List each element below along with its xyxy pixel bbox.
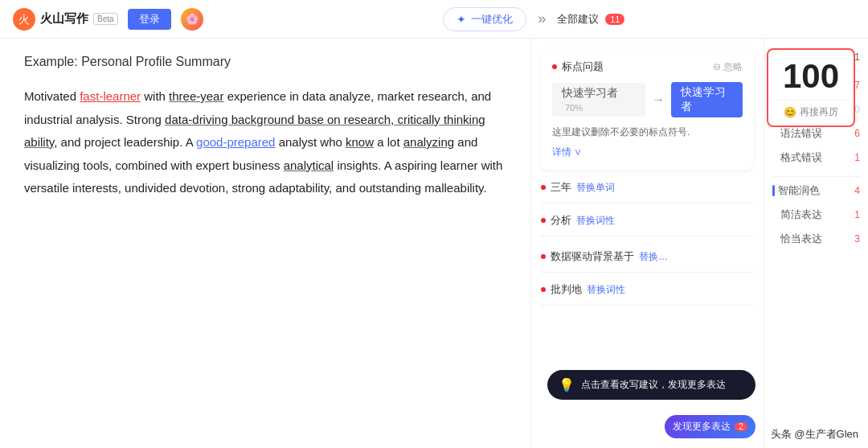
text-analyzing: analyzing (403, 135, 454, 149)
word-suggested[interactable]: 快速学习者 (671, 82, 743, 117)
score-action-label: 再接再厉 (800, 105, 838, 119)
main-content: Example: Personal Profile Summary Motiva… (0, 39, 868, 448)
score-action: 😊 再接再厉 (775, 105, 847, 119)
item-label: 批判地 (551, 282, 582, 297)
item-label: 三年 (551, 180, 571, 195)
list-dot (541, 254, 546, 259)
tooltip-icon: 💡 (559, 377, 575, 393)
suggestions-count: 11 (605, 14, 624, 25)
ignore-label: 忽略 (723, 60, 743, 74)
login-button[interactable]: 登录 (128, 9, 171, 30)
item-label: 分析 (551, 213, 571, 228)
smart-tone-label: 智能润色 (778, 183, 820, 198)
smart-correction-count: 7 (854, 80, 860, 91)
beta-badge: Beta (93, 13, 118, 25)
score-emoji: 😊 (784, 106, 796, 118)
item-action[interactable]: 替换… (639, 250, 668, 264)
list-dot (541, 287, 546, 292)
discover-button[interactable]: 发现更多表达 2 (665, 415, 755, 438)
header-center: ✦ 一键优化 » 全部建议 11 (213, 7, 855, 31)
score-number: 100 (775, 60, 847, 93)
list-item: 分析 替换词性 (541, 203, 754, 236)
doc-content[interactable]: Motivated fast-learner with three-year e… (24, 85, 506, 200)
tooltip-text: 点击查看改写建议，发现更多表达 (581, 378, 744, 392)
card-header: 标点问题 ⊖ 忽略 (552, 60, 743, 74)
text-analytical: analytical (284, 158, 334, 172)
text-a-lot: a lot (374, 135, 403, 149)
middle-panel: 标点问题 ⊖ 忽略 快速学习者 70% → 快速学习者 这里建议删除不必要的标点… (530, 39, 764, 448)
logo-icon: 火 (13, 8, 35, 31)
list-item: 数据驱动背景基于 替换… (541, 240, 754, 273)
text-with: with (141, 89, 169, 103)
text-three-year: three-year (169, 89, 223, 103)
blue-bar-2 (772, 185, 775, 196)
optimize-label: 一键优化 (471, 12, 513, 27)
list-item: 批判地 替换词性 (541, 273, 754, 306)
text-analyst: analyst who (275, 135, 346, 149)
smart-tone-count: 4 (854, 185, 860, 196)
text-good-prepared: good-prepared (196, 135, 275, 149)
logo-area: 火 火山写作 Beta (13, 8, 118, 31)
format-item[interactable]: 格式错误 1 (772, 146, 860, 170)
item-action[interactable]: 替换单词 (576, 181, 615, 195)
watermark: 头条 @生产者Glen (771, 427, 868, 442)
app-name: 火山写作 (40, 11, 88, 27)
suggestions-label: 全部建议 (557, 12, 599, 27)
watermark-text: 头条 @生产者Glen (771, 428, 858, 440)
card-type: 标点问题 (562, 60, 604, 74)
grammar-count: 6 (854, 128, 860, 139)
item-action[interactable]: 替换词性 (576, 214, 615, 228)
discover-label: 发现更多表达 (673, 420, 731, 434)
word-compare: 快速学习者 70% → 快速学习者 (552, 82, 743, 117)
original-word-text: 快速学习者 (562, 86, 618, 99)
avatar[interactable]: 🌸 (181, 8, 203, 31)
smart-tone-item[interactable]: 智能润色 4 (778, 183, 860, 198)
ignore-icon: ⊖ (713, 61, 721, 72)
text-know: know (346, 135, 374, 149)
format-label: 格式错误 (780, 150, 822, 165)
doc-title: Example: Personal Profile Summary (24, 55, 506, 69)
card-dot (552, 64, 557, 69)
grammar-label: 语法错误 (780, 126, 822, 141)
card-detail[interactable]: 详情 ∨ (552, 146, 743, 159)
more-button[interactable]: » (533, 10, 551, 27)
card-tag: 标点问题 (552, 60, 604, 74)
spelling-count: 0 (854, 104, 860, 115)
spark-icon: ✦ (457, 13, 466, 26)
text-motivated: Motivated (24, 89, 80, 103)
word-original: 快速学习者 70% (552, 83, 645, 117)
discover-count: 2 (735, 422, 747, 431)
optimize-button[interactable]: ✦ 一键优化 (443, 7, 526, 31)
ignore-button[interactable]: ⊖ 忽略 (713, 60, 743, 74)
smart-tone-section: 智能润色 4 (772, 183, 860, 198)
suggestion-card: 标点问题 ⊖ 忽略 快速学习者 70% → 快速学习者 这里建议删除不必要的标点… (541, 48, 754, 171)
appropriate-count: 3 (854, 233, 860, 245)
card-description: 这里建议删除不必要的标点符号. (552, 125, 743, 139)
concise-label: 简洁表达 (780, 208, 822, 222)
appropriate-item[interactable]: 恰当表达 3 (772, 227, 860, 251)
svg-text:火: 火 (18, 13, 30, 26)
format-count: 1 (854, 152, 860, 163)
header-bar: 火 火山写作 Beta 登录 🌸 ✦ 一键优化 » 全部建议 11 (0, 0, 868, 39)
text-fast-learner: fast-learner (80, 89, 141, 103)
score-divider (775, 100, 847, 101)
list-dot (541, 218, 546, 223)
list-item: 三年 替换单词 (541, 171, 754, 203)
text-and-project: , and project leadership. A (54, 135, 196, 149)
item-action[interactable]: 替换词性 (587, 283, 625, 297)
word-arrow: → (652, 92, 665, 107)
tooltip-banner: 💡 点击查看改写建议，发现更多表达 (547, 370, 755, 400)
concise-count: 1 (854, 209, 860, 220)
concise-item[interactable]: 简洁表达 1 (772, 203, 860, 227)
editor-area: Example: Personal Profile Summary Motiva… (0, 39, 530, 448)
item-label: 数据驱动背景基于 (551, 249, 634, 264)
right-divider-2 (772, 176, 860, 177)
list-dot (541, 185, 546, 190)
original-score: 70% (565, 103, 583, 113)
appropriate-label: 恰当表达 (780, 232, 822, 246)
score-box: 100 😊 再接再厉 (767, 48, 855, 127)
